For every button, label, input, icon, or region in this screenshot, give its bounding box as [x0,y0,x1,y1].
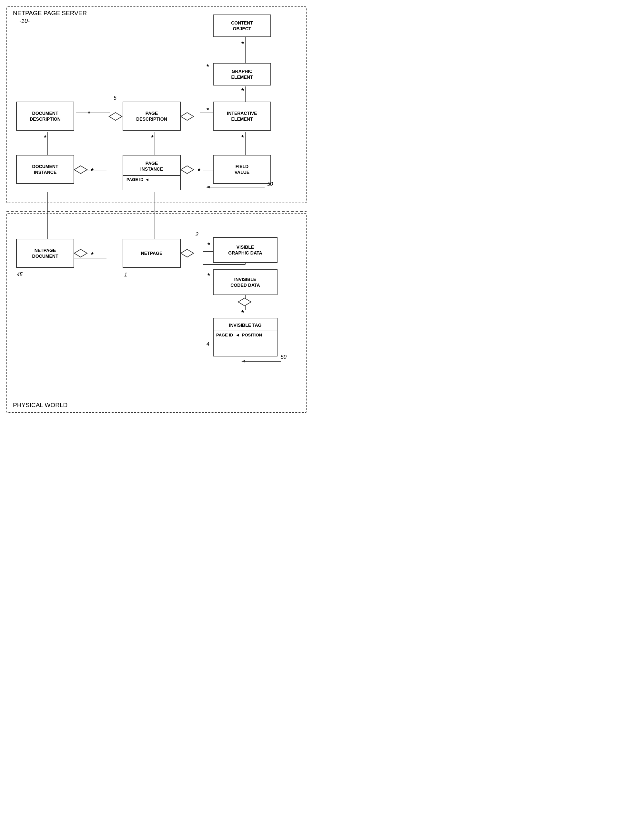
page-description-box: PAGEDESCRIPTION [123,101,181,131]
invisible-tag-box: INVISIBLE TAG PAGE ID ◄ POSITION [213,318,277,356]
invisible-coded-data-label: INVISIBLECODED DATA [230,276,260,288]
page-desc-left-diamond [108,112,123,121]
label-4: 4 [207,341,210,347]
netpage-invisible-asterisk: * [208,272,210,279]
graphic-element-box: GRAPHICELEMENT [213,63,271,86]
netpage-doc-diamond [74,249,88,258]
invisible-coded-diamond [238,297,252,306]
document-instance-box: DOCUMENTINSTANCE [16,155,74,184]
svg-marker-24 [181,112,194,120]
interactive-bottom-asterisk: * [241,134,244,141]
page-id-position-label: PAGE ID ◄ POSITION [216,333,262,338]
page-id-label: PAGE ID [127,177,144,183]
interactive-element-label: INTERACTIVEELEMENT [227,110,257,122]
visible-graphic-data-box: VISIBLEGRAPHIC DATA [213,237,277,263]
netpage-document-label: NETPAGEDOCUMENT [32,247,58,259]
page-description-label: PAGEDESCRIPTION [136,110,167,122]
doc-desc-bottom-asterisk: * [44,134,47,141]
server-section-subtitle: -10- [19,18,30,25]
coded-data-bottom-asterisk: * [241,309,244,317]
graphic-element-label: GRAPHICELEMENT [232,69,253,80]
doc-instance-right-diamond [74,165,88,174]
label-5: 5 [114,95,116,101]
doc-desc-asterisk: * [88,110,90,117]
netpage-document-box: NETPAGEDOCUMENT [16,239,74,268]
svg-marker-25 [109,112,122,120]
page-instance-box: PAGEINSTANCE PAGE ID ◄ [123,155,181,190]
netpage-visible-asterisk: * [208,241,210,249]
page-desc-interactive-asterisk: * [207,106,209,114]
svg-marker-30 [238,298,251,306]
netpage-label: NETPAGE [141,250,163,256]
svg-marker-29 [181,249,194,257]
svg-marker-28 [74,249,87,257]
page-id-position-section: PAGE ID ◄ POSITION [214,331,277,339]
content-object-box: CONTENTOBJECT [213,14,271,37]
content-object-label: CONTENTOBJECT [231,20,253,31]
label-2: 2 [196,232,199,237]
netpage-doc-asterisk: * [91,251,94,258]
visible-graphic-data-label: VISIBLEGRAPHIC DATA [228,244,262,256]
interactive-element-box: INTERACTIVEELEMENT [213,101,271,131]
svg-marker-27 [181,166,194,173]
page-id-section: PAGE ID ◄ [123,175,180,184]
label-50-top: 50 [267,181,273,187]
label-45: 45 [17,272,23,278]
document-instance-label: DOCUMENTINSTANCE [32,164,58,175]
invisible-tag-label: INVISIBLE TAG [229,322,262,328]
label-50-bottom: 50 [281,354,286,360]
document-description-label: DOCUMENTDESCRIPTION [30,110,61,122]
graphic-interactive-asterisk: * [241,87,244,95]
field-value-label: FIELDVALUE [235,164,249,175]
svg-marker-26 [74,166,87,173]
netpage-right-diamond [180,249,194,258]
invisible-coded-data-box: INVISIBLECODED DATA [213,269,277,295]
field-value-box: FIELDVALUE [213,155,271,184]
label-1: 1 [124,272,127,278]
page-instance-asterisk: * [198,167,200,175]
document-description-box: DOCUMENTDESCRIPTION [16,101,74,131]
doc-instance-asterisk: * [91,167,94,175]
diagram-container: NETPAGE PAGE SERVER -10- PHYSICAL WORLD … [0,0,313,420]
netpage-box: NETPAGE [123,239,181,268]
page-desc-graphic-asterisk: * [207,63,209,70]
page-instance-right-diamond [180,165,194,174]
physical-section-title: PHYSICAL WORLD [13,401,67,409]
server-section-title: NETPAGE PAGE SERVER [13,10,87,17]
content-graphic-asterisk: * [241,40,244,48]
page-desc-bottom-asterisk: * [151,134,153,141]
page-instance-label: PAGEINSTANCE [140,160,163,172]
page-desc-right-diamond [180,112,194,121]
